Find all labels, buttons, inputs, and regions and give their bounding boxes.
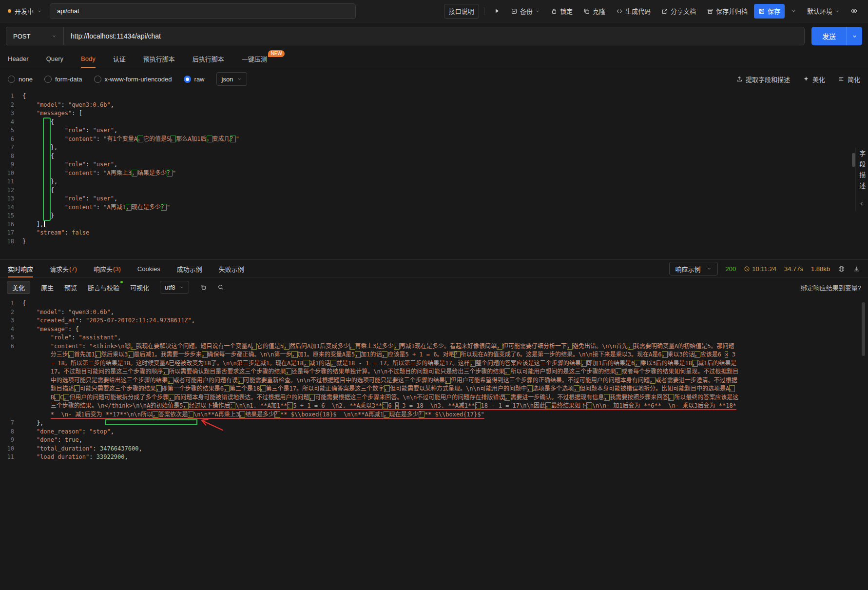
scrollbar[interactable] <box>862 302 865 356</box>
body-type-raw[interactable]: raw <box>184 76 205 83</box>
fullwidth-char-highlight: ， <box>132 170 137 177</box>
method-select[interactable]: POST <box>6 27 63 45</box>
environment-dropdown[interactable]: 默认环境 <box>803 4 844 19</box>
backup-label: 备份 <box>520 6 533 16</box>
tab-cookies-label: Cookies <box>137 265 160 273</box>
code-line-13[interactable]: 13 "role": "user", <box>0 195 868 203</box>
code-line-9[interactable]: 9 "done": true, <box>0 436 868 445</box>
globe-icon <box>838 265 845 273</box>
tab-request-headers[interactable]: 请求头 (7) <box>50 260 77 277</box>
search-response-button[interactable] <box>217 284 224 291</box>
extract-fields-button[interactable]: 提取字段和描述 <box>736 75 790 84</box>
tab-query[interactable]: Query <box>46 50 63 68</box>
tab-header[interactable]: Header <box>8 50 29 68</box>
code-line-11[interactable]: 11 "load_duration": 33922900, <box>0 453 868 462</box>
code-line-8[interactable]: 8 "done_reason": "stop", <box>0 428 868 436</box>
simplify-label: 简化 <box>848 75 860 84</box>
code-line-10[interactable]: 10 "total_duration": 34766437600, <box>0 445 868 453</box>
code-line-1[interactable]: 1{ <box>0 92 868 101</box>
view-preview[interactable]: 预览 <box>64 283 77 292</box>
url-input[interactable] <box>63 27 805 45</box>
code-line-5[interactable]: 5 "role": "user", <box>0 126 868 135</box>
network-button[interactable] <box>838 265 845 273</box>
tab-response-headers[interactable]: 响应头 (3) <box>94 260 121 277</box>
code-line-17[interactable]: 17 "stream": false <box>0 229 868 237</box>
body-type-urlencoded[interactable]: x-www-form-urlencoded <box>94 76 172 83</box>
view-assertions[interactable]: 断言与校验 <box>88 283 119 292</box>
run-button[interactable] <box>489 4 504 19</box>
code-line-2[interactable]: 2 "model": "qwen3:0.6b", <box>0 308 868 317</box>
code-line-12[interactable]: 12 { <box>0 186 868 195</box>
code-line-16[interactable]: 16 ], <box>0 220 868 229</box>
share-doc-button[interactable]: 分享文档 <box>657 4 700 19</box>
view-beautify[interactable]: 美化 <box>7 281 30 294</box>
generate-code-button[interactable]: 生成代码 <box>612 4 655 19</box>
preview-visibility-button[interactable] <box>846 4 862 19</box>
tab-auth[interactable]: 认证 <box>113 50 126 68</box>
line-number: 18 <box>0 237 22 246</box>
simplify-button[interactable]: 简化 <box>838 75 860 84</box>
fullwidth-char-highlight: ， <box>527 385 533 392</box>
code-line-2[interactable]: 2 "model": "qwen3:0.6b", <box>0 101 868 110</box>
code-line-18[interactable]: 18} <box>0 237 868 246</box>
fullwidth-char-highlight: ？ <box>274 411 280 418</box>
code-line-6[interactable]: 6"content": "<think>\n嗯，我现在要解决这个问题。题目说有一… <box>0 342 868 419</box>
code-line-6[interactable]: 6 "content": "有1个变量A，它的值是5，那么A加1后，变成几？" <box>0 135 868 144</box>
code-line-3[interactable]: 3 "created_at": "2025-07-20T02:11:24.973… <box>0 316 868 325</box>
clone-button[interactable]: 克隆 <box>579 4 610 19</box>
save-more-button[interactable] <box>787 4 801 19</box>
view-visualize[interactable]: 可视化 <box>130 283 149 292</box>
tab-body[interactable]: Body <box>81 50 96 68</box>
request-body-editor[interactable]: 1{2 "model": "qwen3:0.6b",3 "messages": … <box>0 90 868 259</box>
field-description-panel[interactable]: 字段描述 <box>855 147 868 211</box>
bind-result-link[interactable]: 绑定响应结果到变量? <box>801 283 861 292</box>
body-type-none[interactable]: none <box>8 76 33 83</box>
code-line-7[interactable]: 7 }, <box>0 143 868 152</box>
format-select[interactable]: json <box>216 72 248 86</box>
api-tab[interactable]: api/chat <box>50 3 356 19</box>
save-button[interactable]: 保存 <box>754 4 785 19</box>
fullwidth-char-highlight: ， <box>95 351 101 358</box>
tab-post-script[interactable]: 后执行脚本 <box>193 50 224 68</box>
copy-response-button[interactable] <box>200 284 207 291</box>
code-line-15[interactable]: 15 } <box>0 212 868 220</box>
api-doc-button[interactable]: 接口说明 <box>444 4 479 19</box>
code-line-5[interactable]: 5 "role": "assistant", <box>0 334 868 342</box>
encoding-label: utf8 <box>165 284 175 291</box>
send-button[interactable]: 发送 <box>811 27 862 45</box>
tab-success-example[interactable]: 成功示例 <box>177 260 202 277</box>
lock-button[interactable]: 锁定 <box>546 4 577 19</box>
tab-realtime-response[interactable]: 实时响应 <box>8 260 33 277</box>
scrollbar[interactable] <box>852 153 855 167</box>
code-line-1[interactable]: 1{ <box>0 299 868 308</box>
body-type-form-data[interactable]: form-data <box>44 76 82 83</box>
view-raw[interactable]: 原生 <box>41 283 54 292</box>
response-example-dropdown[interactable]: 响应示例 <box>669 262 718 275</box>
download-button[interactable] <box>853 265 860 273</box>
tab-pre-script[interactable]: 预执行脚本 <box>143 50 175 68</box>
line-number: 8 <box>0 428 22 436</box>
code-line-8[interactable]: 8 { <box>0 152 868 161</box>
code-line-3[interactable]: 3 "messages": [ <box>0 109 868 118</box>
tab-cookies[interactable]: Cookies <box>137 260 160 277</box>
beautify-button[interactable]: 美化 <box>803 75 825 84</box>
tab-stress-test[interactable]: 一键压测 NEW <box>242 50 267 68</box>
code-line-10[interactable]: 10 "content": "A再乘上3，结果是多少？" <box>0 169 868 178</box>
fullwidth-char-highlight: ， <box>239 411 245 418</box>
code-line-11[interactable]: 11 }, <box>0 177 868 186</box>
code-line-9[interactable]: 9 "role": "user", <box>0 160 868 169</box>
save-archive-button[interactable]: 保存并归档 <box>702 4 752 19</box>
tab-failure-example[interactable]: 失败示例 <box>219 260 244 277</box>
lines-icon <box>838 76 845 82</box>
code-line-7[interactable]: 7 }, <box>0 419 868 428</box>
fullwidth-char-highlight: ， <box>394 343 400 350</box>
code-line-4[interactable]: 4 { <box>0 118 868 127</box>
send-options-button[interactable] <box>847 27 862 45</box>
code-line-14[interactable]: 14 "content": "A再减1，现在是多少？" <box>0 203 868 212</box>
backup-button[interactable]: 备份 <box>506 4 544 19</box>
response-body-editor[interactable]: 1{2 "model": "qwen3:0.6b",3 "created_at"… <box>0 296 868 590</box>
encoding-select[interactable]: utf8 <box>160 281 189 294</box>
branch-status-dropdown[interactable]: 开发中 <box>6 6 44 16</box>
fullwidth-char-highlight: ， <box>169 394 174 401</box>
code-line-4[interactable]: 4 "message": { <box>0 325 868 334</box>
